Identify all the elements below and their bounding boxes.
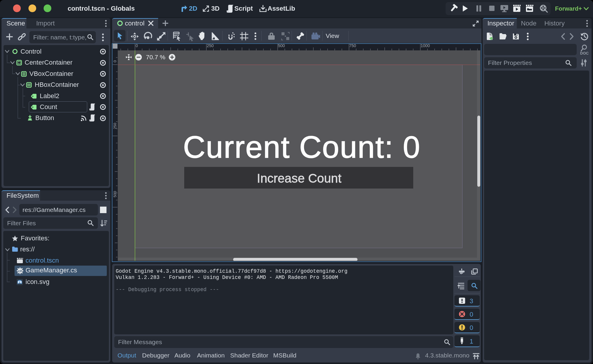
svg-text:c#: c#	[18, 269, 22, 273]
svg-text:DOC: DOC	[580, 51, 589, 55]
